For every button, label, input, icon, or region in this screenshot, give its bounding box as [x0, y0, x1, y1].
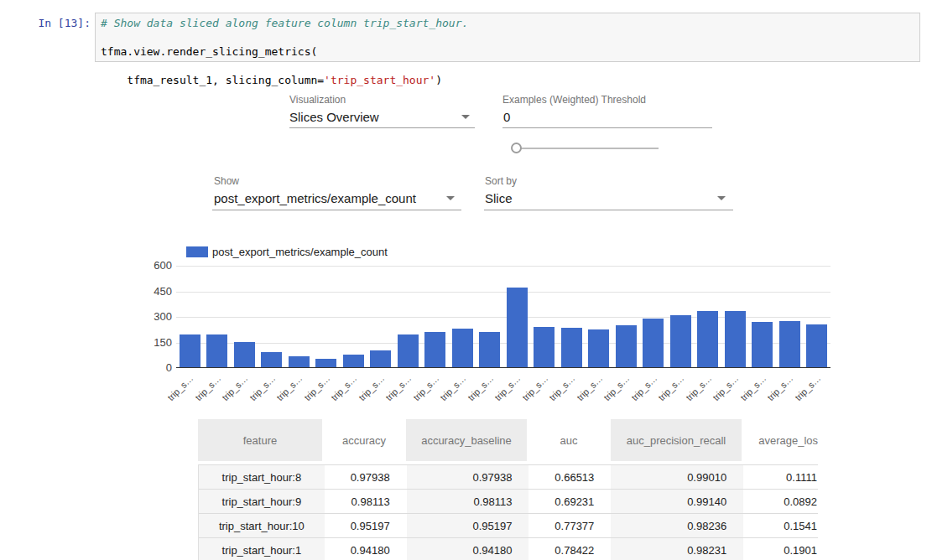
legend-swatch	[186, 246, 208, 257]
metric-cell: 0.95197	[325, 514, 407, 537]
feature-cell: trip_start_hour:10	[199, 514, 325, 537]
chevron-down-icon[interactable]	[446, 196, 455, 200]
bar-chart	[176, 266, 830, 368]
table-row: trip_start_hour:80.979380.979380.665130.…	[199, 464, 818, 489]
bar[interactable]	[234, 342, 255, 367]
bar[interactable]	[479, 332, 500, 367]
metric-cell: 0.69231	[528, 490, 611, 513]
code-line3: tfma_result_1, slicing_column='trip_star…	[101, 73, 914, 87]
sort-underline	[484, 210, 733, 210]
bar[interactable]	[616, 325, 637, 367]
column-header-accuracy_baseline: accuracy_baseline	[406, 419, 528, 461]
column-header-accuracy: accuracy	[324, 419, 406, 461]
show-label: Show	[214, 175, 239, 187]
y-tick-label: 300	[137, 310, 172, 323]
metric-cell: 0.98236	[611, 514, 743, 537]
column-header-auc_precision_recall: auc_precision_recall	[611, 419, 743, 461]
bar[interactable]	[261, 352, 282, 368]
notebook-page: In [13]: # Show data sliced along featur…	[0, 0, 932, 560]
metric-cell: 0.98113	[325, 490, 407, 513]
bar[interactable]	[370, 350, 391, 367]
metric-cell: 0.97938	[407, 465, 529, 489]
metric-cell: 0.94180	[325, 538, 407, 560]
bar[interactable]	[206, 334, 227, 367]
table-row: trip_start_hour:100.951970.951970.773770…	[199, 513, 818, 537]
gridline	[176, 266, 830, 267]
threshold-underline	[502, 127, 712, 128]
bar[interactable]	[725, 311, 746, 367]
feature-cell: trip_start_hour:9	[199, 490, 325, 513]
visualization-underline	[289, 127, 475, 128]
chevron-down-icon[interactable]	[717, 196, 726, 200]
feature-cell: trip_start_hour:8	[199, 465, 325, 489]
bar[interactable]	[398, 334, 419, 367]
metric-cell: 0.98231	[611, 538, 743, 560]
metric-cell: 0.1541	[743, 514, 818, 537]
y-tick-label: 450	[137, 285, 172, 298]
bar[interactable]	[806, 324, 827, 367]
column-header-auc: auc	[528, 419, 611, 461]
metrics-table: featureaccuracyaccuracy_baselineaucauc_p…	[198, 419, 818, 560]
metric-cell: 0.97938	[325, 465, 407, 489]
bar[interactable]	[752, 322, 773, 367]
bar[interactable]	[289, 356, 310, 367]
y-tick-label: 150	[137, 336, 172, 349]
bar[interactable]	[180, 334, 200, 367]
bar[interactable]	[424, 332, 445, 367]
gridline	[176, 292, 830, 293]
sort-by-label: Sort by	[485, 175, 517, 187]
show-underline	[212, 210, 461, 210]
bar[interactable]	[779, 321, 800, 368]
y-tick-label: 600	[137, 259, 172, 272]
metric-cell: 0.1901	[743, 538, 818, 560]
bar[interactable]	[697, 311, 718, 368]
metric-cell: 0.98113	[407, 490, 529, 513]
metric-cell: 0.1111	[743, 465, 818, 489]
column-header-feature: feature	[198, 419, 324, 461]
metric-cell: 0.77377	[528, 514, 611, 537]
threshold-label: Examples (Weighted) Threshold	[502, 94, 646, 106]
bar[interactable]	[670, 315, 691, 367]
column-header-average_los: average_los	[743, 419, 818, 461]
table-row: trip_start_hour:90.981130.981130.692310.…	[199, 489, 818, 513]
sort-by-select[interactable]: Slice	[485, 191, 513, 205]
threshold-input[interactable]: 0	[503, 110, 510, 124]
table-body: trip_start_hour:80.979380.979380.665130.…	[198, 464, 818, 560]
visualization-select[interactable]: Slices Overview	[289, 110, 379, 124]
bar[interactable]	[343, 355, 364, 367]
show-select[interactable]: post_export_metrics/example_count	[214, 191, 416, 205]
y-tick-label: 0	[137, 361, 172, 374]
legend-label: post_export_metrics/example_count	[212, 246, 388, 258]
bar[interactable]	[534, 327, 555, 367]
code-cell[interactable]: # Show data sliced along feature column …	[95, 13, 920, 62]
threshold-slider-handle[interactable]	[511, 143, 522, 153]
table-row: trip_start_hour:10.941800.941800.784220.…	[199, 537, 818, 560]
bar[interactable]	[588, 329, 609, 367]
metric-cell: 0.95197	[407, 514, 529, 537]
metric-cell: 0.0892	[743, 490, 818, 513]
cell-prompt: In [13]:	[25, 17, 91, 29]
code-line2: tfma.view.render_slicing_metrics(	[101, 44, 914, 59]
visualization-label: Visualization	[289, 94, 346, 106]
feature-cell: trip_start_hour:1	[199, 538, 325, 560]
bar[interactable]	[507, 288, 528, 367]
metric-cell: 0.78422	[528, 538, 611, 560]
chevron-down-icon[interactable]	[461, 115, 470, 119]
metric-cell: 0.99140	[611, 490, 743, 513]
metric-cell: 0.99010	[611, 465, 743, 489]
code-comment: # Show data sliced along feature column …	[101, 16, 914, 30]
bar[interactable]	[561, 328, 582, 367]
table-header-row: featureaccuracyaccuracy_baselineaucauc_p…	[198, 419, 818, 461]
threshold-slider-track[interactable]	[514, 148, 659, 149]
metric-cell: 0.66513	[528, 465, 611, 489]
bar[interactable]	[643, 319, 664, 367]
metric-cell: 0.94180	[407, 538, 529, 560]
bar[interactable]	[315, 359, 336, 367]
bar[interactable]	[452, 329, 473, 367]
